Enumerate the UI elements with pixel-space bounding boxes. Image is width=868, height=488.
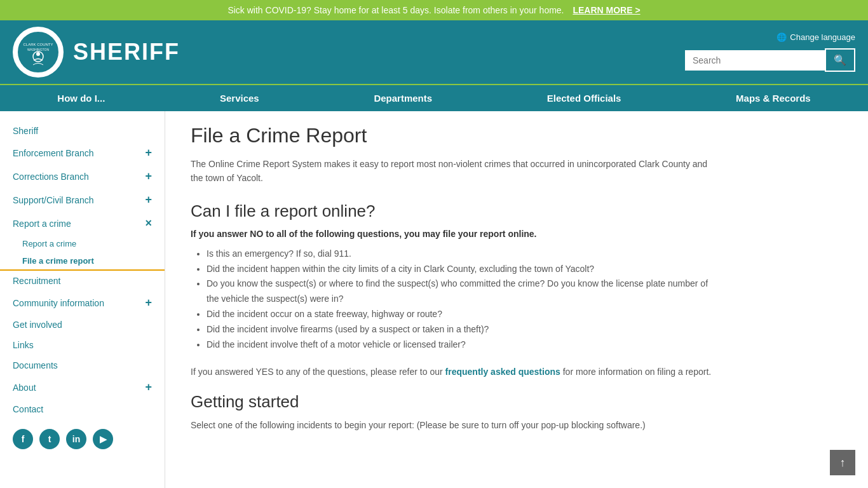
section2-heading: Getting started <box>191 392 712 412</box>
facebook-icon[interactable]: f <box>13 429 33 449</box>
bullet-2: Did the incident happen within the city … <box>207 262 712 277</box>
bullet-4: Did the incident occur on a state freewa… <box>207 307 712 322</box>
sidebar-item-links[interactable]: Links <box>0 335 165 355</box>
nav-elected-officials[interactable]: Elected Officials <box>534 85 634 111</box>
site-title: SHERIFF <box>73 39 180 65</box>
expand-icon-corrections: + <box>145 170 152 183</box>
content-wrapper: Sheriff Enforcement Branch + Corrections… <box>0 111 868 488</box>
svg-text:WASHINGTON: WASHINGTON <box>27 48 50 51</box>
search-button[interactable]: 🔍 <box>825 48 855 72</box>
sidebar-item-support[interactable]: Support/Civil Branch + <box>0 188 165 212</box>
sidebar-item-report-crime[interactable]: Report a crime × <box>0 212 165 235</box>
sidebar-item-corrections[interactable]: Corrections Branch + <box>0 165 165 188</box>
sidebar-item-enforcement[interactable]: Enforcement Branch + <box>0 141 165 165</box>
faq-text: If you answered YES to any of the questi… <box>191 365 712 379</box>
social-icons: f t in ▶ <box>0 419 165 459</box>
bullet-1: Is this an emergency? If so, dial 911. <box>207 247 712 262</box>
sidebar-label-report-crime: Report a crime <box>13 219 71 229</box>
sidebar: Sheriff Enforcement Branch + Corrections… <box>0 111 165 488</box>
section1-heading: Can I file a report online? <box>191 201 712 221</box>
sidebar-label-community: Community information <box>13 298 104 308</box>
alert-message: Sick with COVID-19? Stay home for at lea… <box>227 5 564 15</box>
sidebar-item-documents[interactable]: Documents <box>0 355 165 376</box>
sidebar-item-about[interactable]: About + <box>0 376 165 399</box>
sidebar-item-get-involved[interactable]: Get involved <box>0 315 165 335</box>
main-nav: How do I... Services Departments Elected… <box>0 84 868 111</box>
bullet-3: Do you know the suspect(s) or where to f… <box>207 276 712 307</box>
youtube-icon[interactable]: ▶ <box>93 429 113 449</box>
svg-text:CLARK COUNTY: CLARK COUNTY <box>23 43 53 46</box>
page-title: File a Crime Report <box>191 124 712 147</box>
search-input[interactable] <box>685 50 825 71</box>
svg-point-4 <box>36 52 40 56</box>
bullet-5: Did the incident involve firearms (used … <box>207 322 712 337</box>
nav-maps-records[interactable]: Maps & Records <box>723 85 824 111</box>
sidebar-label-enforcement: Enforcement Branch <box>13 148 94 158</box>
expand-icon-enforcement: + <box>145 146 152 159</box>
sidebar-subitem-file-crime-report[interactable]: File a crime report <box>0 252 165 271</box>
sidebar-subitem-report-crime[interactable]: Report a crime <box>0 235 165 252</box>
alert-bar: Sick with COVID-19? Stay home for at lea… <box>0 0 868 20</box>
intro-text: The Online Crime Report System makes it … <box>191 157 712 186</box>
logo: CLARK COUNTY WASHINGTON <box>13 27 64 78</box>
expand-icon-support: + <box>145 193 152 207</box>
sidebar-item-contact[interactable]: Contact <box>0 399 165 419</box>
header-left: CLARK COUNTY WASHINGTON SHERIFF <box>13 27 180 78</box>
bullet-6: Did the incident involve theft of a moto… <box>207 337 712 353</box>
faq-after: for more information on filing a report. <box>560 367 711 377</box>
section2-text: Select one of the following incidents to… <box>191 418 712 432</box>
nav-how-do-i[interactable]: How do I... <box>44 85 118 111</box>
nav-services[interactable]: Services <box>207 85 272 111</box>
search-bar: 🔍 <box>685 48 855 72</box>
sidebar-item-recruitment[interactable]: Recruitment <box>0 271 165 291</box>
faq-link[interactable]: frequently asked questions <box>445 367 560 377</box>
bullet-list: Is this an emergency? If so, dial 911. D… <box>191 247 712 353</box>
back-to-top-button[interactable]: ↑ <box>830 450 855 475</box>
main-content: File a Crime Report The Online Crime Rep… <box>165 111 737 488</box>
language-link[interactable]: 🌐 Change language <box>776 32 855 42</box>
site-header: CLARK COUNTY WASHINGTON SHERIFF 🌐 Change… <box>0 20 868 84</box>
sidebar-item-sheriff[interactable]: Sheriff <box>0 121 165 141</box>
expand-icon-about: + <box>145 381 152 394</box>
learn-more-link[interactable]: LEARN MORE > <box>573 5 640 15</box>
header-right: 🌐 Change language 🔍 <box>685 32 855 72</box>
twitter-icon[interactable]: t <box>39 429 60 449</box>
sidebar-label-corrections: Corrections Branch <box>13 172 89 182</box>
bold-intro: If you answer NO to all of the following… <box>191 229 712 239</box>
expand-icon-community: + <box>145 296 152 309</box>
sidebar-label-support: Support/Civil Branch <box>13 195 94 205</box>
sidebar-label-about: About <box>13 383 36 393</box>
expand-icon-report-crime: × <box>145 217 152 230</box>
globe-icon: 🌐 <box>776 32 787 42</box>
instagram-icon[interactable]: in <box>66 429 86 449</box>
nav-departments[interactable]: Departments <box>361 85 445 111</box>
sidebar-item-community[interactable]: Community information + <box>0 291 165 315</box>
faq-before: If you answered YES to any of the questi… <box>191 367 445 377</box>
